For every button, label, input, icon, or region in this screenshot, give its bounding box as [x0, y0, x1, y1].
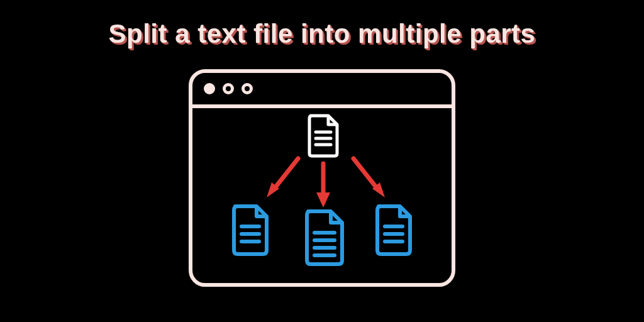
window-dot-icon: [223, 83, 234, 94]
arrow-icon: [262, 152, 306, 203]
svg-line-7: [353, 158, 377, 189]
browser-titlebar: [192, 73, 452, 108]
split-document-icon: [228, 203, 273, 258]
browser-window-frame: [189, 69, 455, 287]
window-dot-icon: [204, 83, 215, 94]
diagram-content: [192, 108, 452, 283]
arrow-icon: [314, 160, 333, 210]
split-document-icon: [299, 208, 348, 268]
arrow-icon: [346, 152, 390, 203]
page-title: Split a text file into multiple parts: [0, 19, 644, 49]
split-document-icon: [371, 203, 416, 258]
svg-marker-6: [316, 192, 330, 208]
window-dot-icon: [242, 83, 253, 94]
svg-line-3: [274, 158, 298, 189]
source-document-icon: [304, 113, 342, 158]
